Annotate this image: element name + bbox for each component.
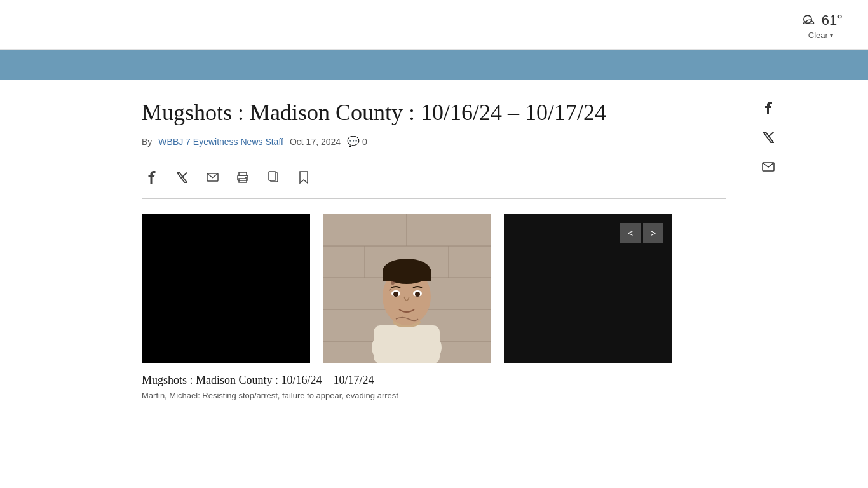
svg-point-6 [245, 177, 247, 179]
comment-count: 0 [362, 137, 367, 147]
svg-rect-22 [383, 269, 431, 281]
comment-icon: 💬 [347, 135, 360, 147]
weather-chevron-icon: ▾ [830, 32, 833, 39]
gallery-image-3[interactable]: < > [504, 214, 672, 363]
social-sidebar [759, 99, 777, 175]
share-twitter-button[interactable] [172, 168, 191, 187]
share-print-button[interactable] [233, 168, 252, 187]
byline-date: Oct 17, 2024 [290, 137, 341, 147]
svg-point-26 [415, 292, 420, 297]
share-facebook-button[interactable] [142, 168, 161, 187]
svg-rect-18 [374, 325, 440, 363]
weather-temperature: 61° [822, 12, 843, 29]
sidebar-facebook-button[interactable] [759, 99, 777, 117]
gallery-prev-button[interactable]: < [620, 223, 641, 243]
caption-title: Mugshots : Madison County : 10/16/24 – 1… [142, 374, 726, 387]
content-wrapper: Mugshots : Madison County : 10/16/24 – 1… [129, 80, 739, 425]
caption-description: Martin, Michael: Resisting stop/arrest, … [142, 391, 726, 400]
nav-bar [0, 50, 868, 80]
svg-point-27 [391, 281, 395, 285]
weather-widget[interactable]: 61° Clear ▾ [799, 11, 843, 40]
share-copy-button[interactable] [264, 168, 283, 187]
content-divider [142, 412, 726, 412]
share-bookmark-button[interactable] [294, 168, 313, 187]
gallery-navigation: < > [620, 223, 663, 243]
byline: By WBBJ 7 Eyewitness News Staff Oct 17, … [142, 135, 726, 147]
top-bar: 61° Clear ▾ [0, 0, 868, 50]
image-gallery: < > [142, 214, 726, 363]
svg-rect-8 [269, 172, 276, 180]
byline-author[interactable]: WBBJ 7 Eyewitness News Staff [158, 137, 283, 147]
gallery-image-1[interactable] [142, 214, 310, 363]
sidebar-email-button[interactable] [759, 158, 777, 175]
partly-cloudy-icon [799, 11, 817, 29]
article-title: Mugshots : Madison County : 10/16/24 – 1… [142, 99, 726, 126]
gallery-next-button[interactable]: > [643, 223, 663, 243]
svg-point-25 [393, 292, 398, 297]
comment-badge[interactable]: 💬 0 [347, 135, 367, 147]
weather-condition[interactable]: Clear ▾ [808, 30, 833, 40]
share-email-button[interactable] [203, 168, 222, 187]
sidebar-twitter-button[interactable] [759, 128, 777, 146]
gallery-image-2[interactable] [323, 214, 491, 363]
gallery-caption: Mugshots : Madison County : 10/16/24 – 1… [142, 374, 726, 400]
byline-prefix: By [142, 137, 152, 147]
share-bar [142, 161, 726, 199]
